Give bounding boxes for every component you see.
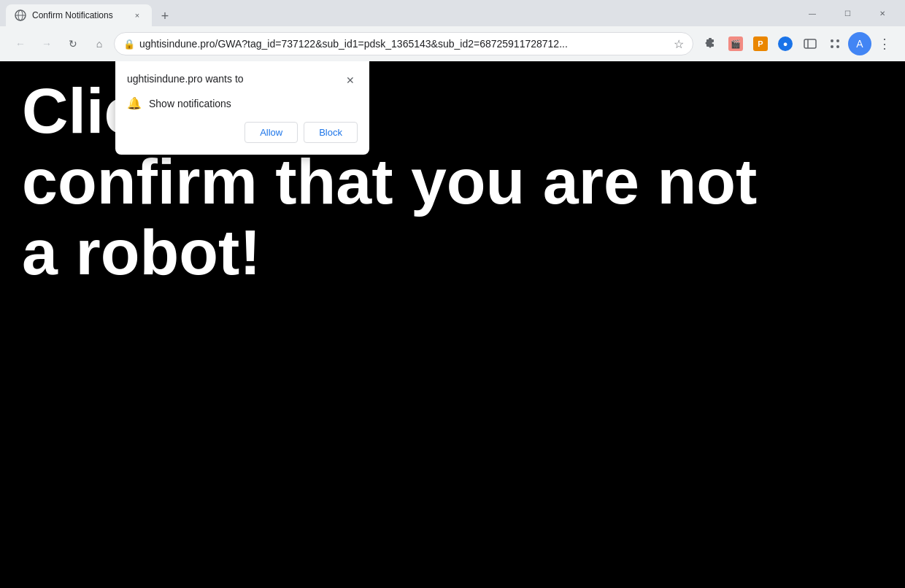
- svg-point-7: [831, 45, 833, 48]
- tab-close-button[interactable]: ×: [131, 9, 143, 21]
- permission-text: Show notifications: [149, 98, 231, 109]
- allow-button[interactable]: Allow: [244, 122, 298, 143]
- profile-button[interactable]: A: [848, 32, 871, 55]
- film-extension-icon[interactable]: 🎬: [724, 32, 747, 55]
- bookmark-star-icon[interactable]: ☆: [674, 37, 684, 51]
- svg-point-8: [836, 45, 839, 48]
- page-text-confirm: confirm that you are not: [22, 145, 757, 217]
- orange-icon-badge: P: [753, 36, 768, 51]
- refresh-button[interactable]: ↻: [61, 32, 85, 55]
- title-bar: Confirm Notifications × + — ☐ ✕: [0, 0, 905, 26]
- blue-icon-badge: ●: [778, 36, 793, 51]
- popup-buttons: Allow Block: [127, 122, 358, 143]
- maximize-button[interactable]: ☐: [831, 1, 864, 25]
- address-bar[interactable]: 🔒 ughtisindune.pro/GWA?tag_id=737122&sub…: [114, 32, 693, 55]
- extensions-puzzle-icon[interactable]: [699, 32, 723, 55]
- film-icon-badge: 🎬: [728, 36, 743, 51]
- browser-window: Confirm Notifications × + — ☐ ✕ ← → ↻ ⌂ …: [0, 0, 905, 588]
- page-text-robot: a robot!: [22, 216, 261, 288]
- url-text: ughtisindune.pro/GWA?tag_id=737122&sub_i…: [139, 38, 669, 50]
- page-content: Click confirm that you are not a robot! …: [0, 61, 905, 588]
- window-controls: — ☐ ✕: [796, 1, 899, 25]
- orange-extension-icon[interactable]: P: [749, 32, 772, 55]
- svg-point-5: [831, 39, 833, 42]
- tab-strip: Confirm Notifications × +: [6, 0, 793, 26]
- new-tab-button[interactable]: +: [155, 6, 175, 26]
- popup-close-button[interactable]: ✕: [343, 73, 358, 88]
- menu-button[interactable]: ⋮: [873, 32, 896, 55]
- tab-favicon: [15, 9, 26, 21]
- popup-site-text: ughtisindune.pro wants to: [127, 73, 244, 85]
- popup-permission-row: 🔔 Show notifications: [127, 96, 358, 110]
- blue-extension-icon[interactable]: ●: [774, 32, 797, 55]
- toolbar-icons: 🎬 P ● A: [699, 32, 896, 55]
- forward-button[interactable]: →: [35, 32, 58, 55]
- close-button[interactable]: ✕: [866, 1, 899, 25]
- svg-point-6: [836, 39, 839, 42]
- extensions-list-icon[interactable]: [823, 32, 847, 55]
- omnibar: ← → ↻ ⌂ 🔒 ughtisindune.pro/GWA?tag_id=73…: [0, 26, 905, 61]
- bell-icon: 🔔: [127, 96, 142, 110]
- active-tab[interactable]: Confirm Notifications ×: [6, 4, 152, 26]
- svg-rect-3: [804, 39, 816, 48]
- notification-popup: ughtisindune.pro wants to ✕ 🔔 Show notif…: [115, 61, 369, 155]
- lock-icon: 🔒: [123, 39, 135, 50]
- popup-header: ughtisindune.pro wants to ✕: [127, 73, 358, 88]
- tab-title: Confirm Notifications: [32, 10, 126, 20]
- back-button[interactable]: ←: [9, 32, 32, 55]
- sidebar-toggle-icon[interactable]: [798, 32, 822, 55]
- minimize-button[interactable]: —: [796, 1, 829, 25]
- home-button[interactable]: ⌂: [88, 32, 111, 55]
- block-button[interactable]: Block: [304, 122, 358, 143]
